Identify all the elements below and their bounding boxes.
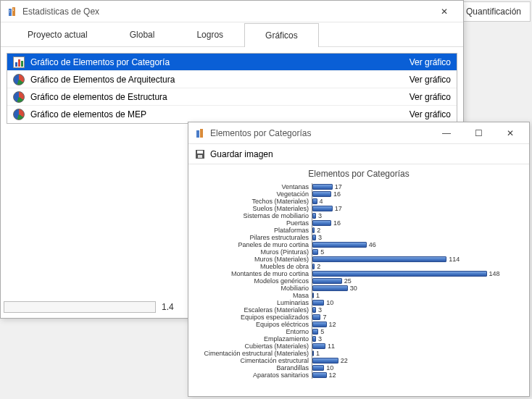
chart-bar	[312, 271, 487, 277]
chart-category-label: Aparatos sanitarios	[194, 371, 312, 379]
chart-bar-value: 114	[449, 256, 460, 263]
chart-bar-row: Ventanas17	[194, 183, 523, 190]
svg-rect-6	[196, 130, 199, 138]
chart-bar	[312, 242, 367, 248]
close-icon: ✕	[507, 128, 514, 138]
tab-global[interactable]: Global	[109, 22, 176, 46]
maximize-button[interactable]: ☐	[462, 122, 494, 144]
tab-logros[interactable]: Logros	[175, 22, 244, 46]
chart-bar-row: Paneles de muro cortina46	[194, 241, 523, 248]
chart-bar	[312, 249, 318, 255]
chart-area: Elementos por Categorías Ventanas17Veget…	[188, 164, 529, 382]
chart-bar	[312, 278, 342, 284]
chart-window: Elementos por Categorías — ☐ ✕ Guardar i…	[188, 122, 530, 397]
chart-category-label: Modelos genéricos	[194, 277, 312, 285]
chart-bar	[312, 365, 324, 371]
maximize-icon: ☐	[475, 128, 483, 138]
chart-bar-value: 3	[318, 234, 322, 241]
chart-bar	[312, 213, 316, 219]
list-item[interactable]: Gráfico de elementos de EstructuraVer gr…	[7, 88, 457, 106]
chart-category-label: Paneles de muro cortina	[194, 241, 312, 248]
chart-bar-row: Vegetación16	[194, 190, 523, 198]
chart-bar-value: 17	[335, 183, 342, 190]
view-chart-link[interactable]: Ver gráfico	[404, 109, 451, 119]
chart-bar-value: 3	[318, 306, 322, 314]
pie-chart-icon	[13, 109, 25, 120]
window-title: Estadisticas de Qex	[22, 7, 99, 17]
view-chart-link[interactable]: Ver gráfico	[404, 92, 451, 102]
chart-category-label: Pilares estructurales	[194, 234, 312, 241]
svg-rect-10	[198, 155, 202, 158]
chart-category-label: Cimentación estructural (Materiales)	[194, 350, 312, 357]
bar-chart-icon	[13, 56, 25, 68]
list-item[interactable]: Gráfico de Elementos de ArquitecturaVer …	[7, 71, 457, 88]
minimize-button[interactable]: —	[431, 122, 462, 144]
chart-bar	[312, 256, 446, 262]
chart-bar	[312, 358, 338, 364]
chart-bar-value: 5	[320, 248, 324, 256]
chart-category-label: Barandillas	[194, 364, 312, 371]
background-tab-label: Quantificación	[466, 7, 521, 17]
chart-category-label: Entorno	[194, 328, 312, 335]
chart-bar-value: 2	[317, 227, 320, 234]
chart-category-label: Plataformas	[194, 227, 312, 234]
chart-bar-value: 1	[316, 292, 320, 299]
tab-proyecto-actual[interactable]: Proyecto actual	[7, 22, 109, 46]
chart-bar-row: Cubiertas (Materiales)11	[194, 343, 523, 350]
minimize-icon: —	[442, 128, 451, 138]
toolbar: Guardar imagen	[188, 144, 529, 164]
chart-category-label: Mobiliario	[194, 285, 312, 292]
chart-bar	[312, 293, 314, 298]
chart-bar	[312, 343, 325, 349]
chart-bar-value: 7	[323, 314, 326, 321]
chart-bar-row: Muebles de obra2	[194, 263, 523, 270]
chart-bar	[312, 191, 331, 197]
chart-bar-value: 4	[320, 198, 323, 205]
chart-category-label: Suelos (Materiales)	[194, 205, 312, 212]
tab-gráficos[interactable]: Gráficos	[244, 23, 319, 47]
chart-category-label: Equipos eléctricos	[194, 321, 312, 328]
titlebar: Estadisticas de Qex ✕	[1, 1, 463, 22]
chart-bar	[312, 198, 317, 204]
chart-bar	[312, 322, 327, 327]
svg-rect-7	[200, 129, 203, 138]
close-button[interactable]: ✕	[428, 1, 460, 22]
chart-window-title: Elementos por Categorías	[210, 128, 311, 138]
chart-bar-value: 30	[350, 285, 357, 292]
list-item[interactable]: Gráfico de elementos de MEPVer gráfico	[7, 106, 457, 123]
chart-bar-value: 5	[320, 328, 324, 335]
close-button[interactable]: ✕	[494, 122, 526, 144]
chart-bar-value: 22	[341, 357, 348, 364]
chart-bar-row: Techos (Materiales)4	[194, 198, 523, 205]
chart-bar-value: 3	[318, 212, 322, 219]
svg-rect-5	[13, 10, 14, 11]
view-chart-link[interactable]: Ver gráfico	[404, 75, 451, 85]
chart-bar-value: 3	[318, 335, 322, 343]
chart-category-label: Cubiertas (Materiales)	[194, 343, 312, 350]
view-chart-link[interactable]: Ver gráfico	[404, 57, 451, 67]
tab-bar: Proyecto actualGlobalLogrosGráficos	[1, 22, 463, 47]
chart-bar-value: 17	[335, 205, 342, 212]
chart-title: Elementos por Categorías	[194, 169, 523, 179]
background-tab[interactable]: Quantificación	[457, 1, 531, 22]
chart-bars: Ventanas17Vegetación16Techos (Materiales…	[194, 183, 523, 379]
chart-category-label: Cimentación estructural	[194, 357, 312, 364]
list-item-label: Gráfico de Elementos de Arquitectura	[30, 75, 398, 85]
pie-chart-icon	[13, 74, 25, 85]
save-icon[interactable]	[194, 148, 206, 160]
chart-bar-row: Suelos (Materiales)17	[194, 205, 523, 212]
chart-bar	[312, 235, 316, 240]
close-icon: ✕	[441, 7, 448, 17]
chart-bar-row: Muros (Materiales)114	[194, 256, 523, 263]
chart-bar	[312, 372, 327, 378]
chart-bar-value: 16	[333, 219, 341, 227]
chart-bar-row: Mobiliario30	[194, 285, 523, 292]
svg-rect-9	[197, 151, 203, 154]
list-item[interactable]: Gráfico de Elementos por CategoríaVer gr…	[7, 54, 457, 71]
chart-bar	[312, 264, 315, 269]
save-label[interactable]: Guardar imagen	[210, 149, 273, 159]
chart-list: Gráfico de Elementos por CategoríaVer gr…	[7, 53, 457, 124]
list-item-label: Gráfico de elementos de MEP	[30, 109, 398, 119]
chart-bar-row: Cimentación estructural (Materiales)1	[194, 350, 523, 357]
chart-bar	[312, 285, 348, 291]
